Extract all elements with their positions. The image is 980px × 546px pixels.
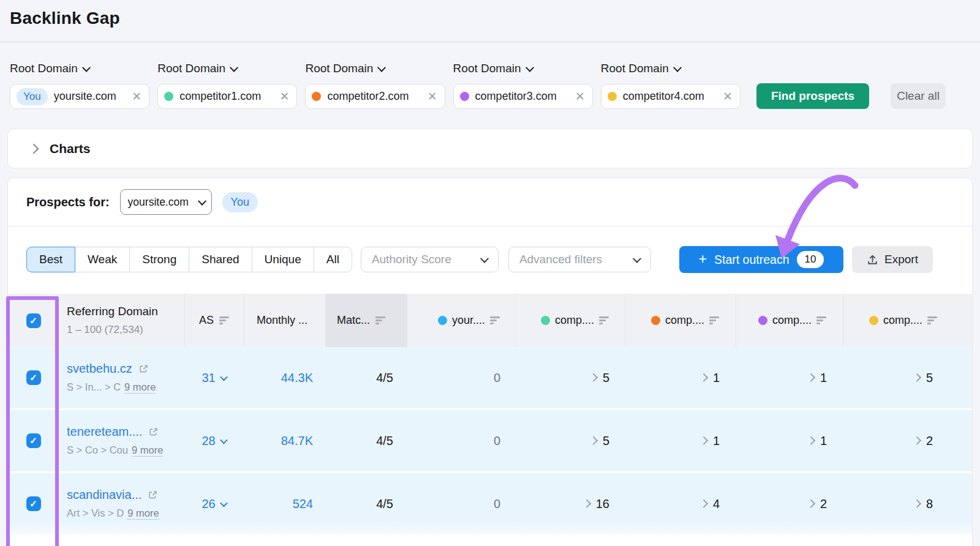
- prospects-table: ✓ Referring Domain 1 – 100 (72,534) AS M…: [8, 294, 972, 534]
- charts-section[interactable]: Charts: [7, 129, 973, 168]
- competitor2-column-header[interactable]: comp....: [625, 294, 736, 347]
- root-domain-dropdown[interactable]: Root Domain: [453, 62, 593, 75]
- tab-strong[interactable]: Strong: [129, 247, 189, 272]
- domain-chip-competitor2[interactable]: competitor2.com ✕: [305, 84, 445, 109]
- as-column-header[interactable]: AS: [184, 294, 244, 347]
- competitor2-backlinks-cell[interactable]: 1: [625, 347, 736, 408]
- domain-link[interactable]: svetbehu.cz: [67, 362, 132, 376]
- as-cell[interactable]: 31: [184, 347, 244, 408]
- category-breadcrumb: S > Co > Cou 9 more: [67, 444, 163, 457]
- as-cell[interactable]: 26: [184, 473, 244, 534]
- competitor1-backlinks-cell[interactable]: 5: [515, 347, 625, 408]
- competitor3-backlinks-cell[interactable]: 2: [736, 473, 843, 534]
- yoursite-column-header[interactable]: your....: [407, 294, 515, 347]
- prospects-for-label: Prospects for:: [26, 195, 110, 209]
- chevron-right-icon: [699, 436, 707, 444]
- row-checkbox[interactable]: ✓: [26, 370, 41, 385]
- chevron-right-icon: [29, 143, 39, 154]
- close-icon[interactable]: ✕: [428, 91, 437, 102]
- export-button[interactable]: Export: [852, 246, 933, 273]
- clear-all-button[interactable]: Clear all: [891, 83, 946, 109]
- matches-column-header[interactable]: Matc...: [325, 294, 407, 347]
- filter-group-competitor2: Root Domain competitor2.com ✕: [305, 62, 445, 109]
- competitor4-backlinks-cell[interactable]: 5: [843, 347, 972, 408]
- yoursite-dot-icon: [438, 316, 447, 325]
- advanced-filters-dropdown[interactable]: Advanced filters: [508, 247, 651, 272]
- sort-icon: [599, 316, 609, 324]
- competitor2-backlinks-cell[interactable]: 1: [625, 410, 736, 471]
- root-domain-dropdown[interactable]: Root Domain: [601, 62, 741, 75]
- export-icon: [867, 254, 878, 266]
- domain-chip-competitor4[interactable]: competitor4.com ✕: [601, 84, 741, 109]
- root-domain-dropdown[interactable]: Root Domain: [10, 62, 149, 75]
- authority-score-dropdown[interactable]: Authority Score: [361, 247, 499, 272]
- more-categories-link[interactable]: 9 more: [124, 381, 156, 394]
- competitor2-backlinks-cell[interactable]: 4: [625, 473, 736, 534]
- domain-chip-competitor1[interactable]: competitor1.com ✕: [157, 84, 297, 109]
- competitor1-column-header[interactable]: comp....: [515, 294, 625, 347]
- competitor2-dot-icon: [312, 92, 321, 101]
- competitor4-column-header[interactable]: comp....: [843, 294, 972, 347]
- tab-all[interactable]: All: [314, 247, 352, 272]
- you-badge: You: [17, 88, 48, 105]
- table-toolbar: Best Weak Strong Shared Unique All Autho…: [26, 246, 933, 273]
- tab-unique[interactable]: Unique: [252, 247, 314, 272]
- competitor2-dot-icon: [651, 316, 660, 325]
- monthly-column-header[interactable]: Monthly ...: [244, 294, 325, 347]
- close-icon[interactable]: ✕: [279, 91, 289, 102]
- competitor3-backlinks-cell[interactable]: 1: [736, 410, 843, 471]
- sort-icon: [490, 316, 500, 324]
- referring-domain-cell: scandinavia... Art > Vis > D 9 more: [59, 473, 184, 534]
- close-icon[interactable]: ✕: [723, 91, 733, 102]
- prospects-domain-select[interactable]: yoursite.com: [120, 189, 212, 215]
- start-outreach-button[interactable]: + Start outreach 10: [679, 246, 843, 273]
- chevron-right-icon: [589, 373, 597, 381]
- outreach-count-badge: 10: [797, 251, 824, 268]
- competitor1-backlinks-cell[interactable]: 5: [515, 410, 625, 471]
- domain-link[interactable]: tenereteam....: [67, 425, 142, 439]
- tab-best[interactable]: Best: [26, 247, 75, 272]
- as-cell[interactable]: 28: [184, 410, 244, 471]
- more-categories-link[interactable]: 9 more: [127, 507, 159, 520]
- chevron-right-icon: [807, 499, 815, 507]
- chevron-down-icon: [633, 255, 641, 263]
- close-icon[interactable]: ✕: [132, 91, 141, 102]
- tab-shared[interactable]: Shared: [189, 247, 252, 272]
- table-row: ✓ scandinavia... Art > Vis > D 9 more 26: [8, 471, 972, 534]
- tab-weak[interactable]: Weak: [75, 247, 130, 272]
- competitor1-backlinks-cell[interactable]: 16: [515, 473, 625, 534]
- competitor4-backlinks-cell[interactable]: 2: [843, 410, 972, 471]
- filters-bar: Root Domain You yoursite.com ✕ Root Doma…: [10, 62, 946, 109]
- sort-icon: [709, 316, 720, 324]
- filter-group-competitor4: Root Domain competitor4.com ✕: [601, 62, 741, 109]
- monthly-visits-cell[interactable]: 524: [244, 473, 325, 534]
- competitor3-backlinks-cell[interactable]: 1: [736, 347, 843, 408]
- domain-link[interactable]: scandinavia...: [67, 488, 141, 502]
- domain-chip-competitor3[interactable]: competitor3.com ✕: [453, 84, 593, 109]
- domain-chip-yoursite[interactable]: You yoursite.com ✕: [10, 84, 149, 109]
- root-domain-dropdown[interactable]: Root Domain: [305, 62, 445, 75]
- chevron-right-icon: [913, 499, 921, 507]
- pagination-range: 1 – 100 (72,534): [67, 324, 143, 336]
- row-checkbox[interactable]: ✓: [26, 433, 41, 448]
- close-icon[interactable]: ✕: [575, 91, 585, 102]
- table-row: ✓ tenereteam.... S > Co > Cou 9 more 28: [8, 408, 972, 471]
- more-categories-link[interactable]: 9 more: [132, 444, 163, 457]
- root-domain-dropdown[interactable]: Root Domain: [157, 62, 297, 75]
- chevron-down-icon: [220, 499, 228, 507]
- matches-cell: 4/5: [325, 347, 407, 408]
- category-breadcrumb: Art > Vis > D 9 more: [67, 507, 159, 520]
- find-prospects-button[interactable]: Find prospects: [756, 83, 869, 109]
- competitor3-column-header[interactable]: comp....: [736, 294, 843, 347]
- external-link-icon[interactable]: [148, 490, 158, 500]
- monthly-visits-cell[interactable]: 44.3K: [244, 347, 325, 408]
- external-link-icon[interactable]: [148, 427, 159, 437]
- external-link-icon[interactable]: [138, 364, 149, 374]
- prospects-for-row: Prospects for: yoursite.com You: [8, 178, 972, 226]
- select-all-checkbox[interactable]: ✓: [26, 313, 41, 328]
- row-checkbox[interactable]: ✓: [26, 496, 41, 511]
- competitor4-backlinks-cell[interactable]: 8: [843, 473, 972, 534]
- chevron-down-icon: [220, 373, 228, 381]
- table-header-row: ✓ Referring Domain 1 – 100 (72,534) AS M…: [8, 294, 972, 347]
- monthly-visits-cell[interactable]: 84.7K: [244, 410, 325, 471]
